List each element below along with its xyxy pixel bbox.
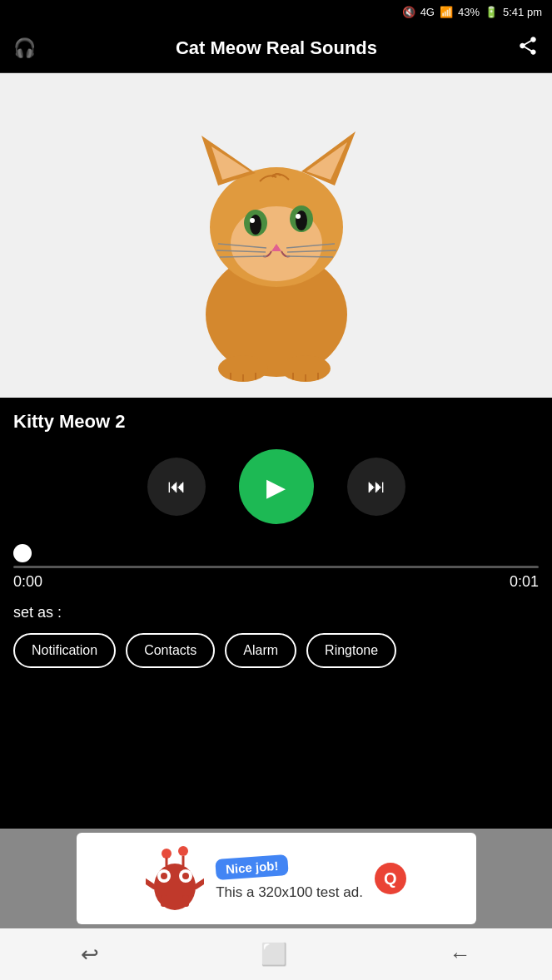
- signal-icon: 📶: [440, 6, 453, 18]
- svg-point-39: [178, 846, 188, 856]
- headphones-icon[interactable]: 🎧: [13, 37, 36, 59]
- track-name: Kitty Meow 2: [13, 411, 539, 433]
- svg-point-10: [296, 210, 307, 230]
- svg-line-35: [146, 879, 154, 887]
- rewind-icon: ⏮: [167, 476, 186, 497]
- svg-point-9: [250, 215, 261, 235]
- ad-inner: Nice job! This a 320x100 test ad. Q: [77, 833, 476, 924]
- player-section: Kitty Meow 2 ⏮ ▶ ⏭ 0:00 0:01 set as : No…: [0, 398, 552, 829]
- rewind-button[interactable]: ⏮: [147, 458, 206, 516]
- play-icon: ▶: [266, 473, 286, 502]
- svg-rect-33: [161, 895, 167, 907]
- svg-point-12: [296, 214, 301, 219]
- forward-icon: ⏭: [367, 476, 385, 497]
- nav-prev-icon: ←: [450, 942, 471, 967]
- svg-line-36: [196, 879, 204, 887]
- svg-point-31: [161, 873, 167, 879]
- set-as-buttons: Notification Contacts Alarm Ringtone: [13, 633, 539, 668]
- network-label: 4G: [420, 6, 435, 18]
- nav-home-icon: ⬜: [261, 942, 287, 967]
- progress-bar[interactable]: [13, 566, 539, 568]
- status-bar: 🔇 4G 📶 43% 🔋 5:41 pm: [0, 0, 552, 23]
- svg-point-37: [162, 849, 172, 859]
- progress-dot[interactable]: [13, 544, 32, 562]
- playback-controls: ⏮ ▶ ⏭: [13, 449, 539, 524]
- app-title: Cat Meow Real Sounds: [36, 37, 517, 59]
- svg-line-16: [220, 256, 266, 257]
- svg-line-19: [286, 256, 333, 257]
- ad-badge: Nice job!: [215, 854, 289, 879]
- total-time: 0:01: [510, 573, 539, 591]
- nav-back-icon: ↩: [81, 942, 99, 967]
- nav-home-button[interactable]: ⬜: [261, 942, 287, 968]
- notification-button[interactable]: Notification: [13, 633, 116, 668]
- time-label: 5:41 pm: [503, 6, 542, 18]
- svg-point-32: [182, 873, 189, 879]
- progress-area: 0:00 0:01: [13, 544, 539, 591]
- time-row: 0:00 0:01: [13, 573, 539, 591]
- ad-banner: Nice job! This a 320x100 test ad. Q: [0, 829, 552, 928]
- battery-icon: 🔋: [485, 6, 498, 18]
- forward-button[interactable]: ⏭: [347, 458, 405, 516]
- nav-bar: ↩ ⬜ ←: [0, 928, 552, 980]
- share-icon[interactable]: [517, 35, 539, 62]
- ad-logo: Q: [375, 863, 406, 894]
- current-time: 0:00: [13, 573, 42, 591]
- ringtone-button[interactable]: Ringtone: [306, 633, 396, 668]
- svg-rect-34: [182, 895, 189, 907]
- cat-image-section: [0, 73, 552, 398]
- alarm-button[interactable]: Alarm: [225, 633, 296, 668]
- app-header: 🎧 Cat Meow Real Sounds: [0, 23, 552, 73]
- set-as-label: set as :: [13, 604, 539, 621]
- cat-image: [143, 82, 410, 389]
- nav-back-button[interactable]: ↩: [81, 942, 99, 968]
- ad-text: This a 320x100 test ad.: [216, 884, 363, 901]
- battery-label: 43%: [458, 6, 480, 18]
- nav-prev-button[interactable]: ←: [450, 942, 471, 968]
- svg-point-11: [250, 218, 255, 223]
- mute-icon: 🔇: [402, 6, 415, 18]
- play-button[interactable]: ▶: [239, 449, 314, 524]
- contacts-button[interactable]: Contacts: [126, 633, 215, 668]
